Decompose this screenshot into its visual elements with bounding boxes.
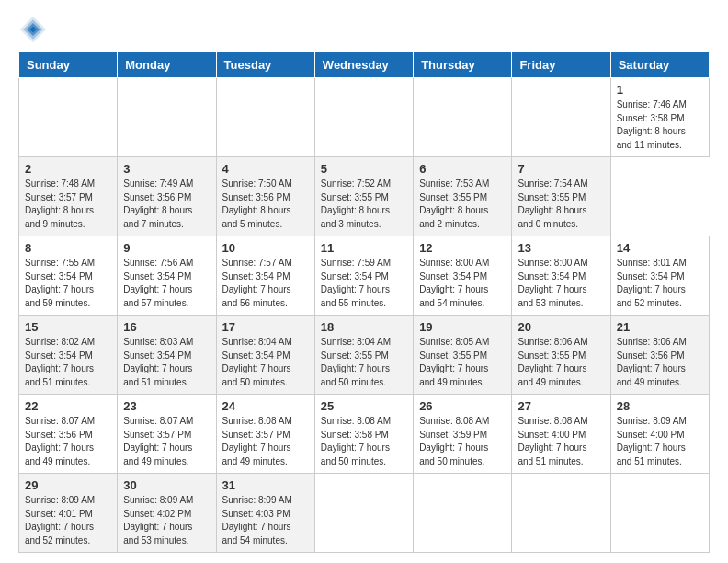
day-number: 10 bbox=[222, 241, 309, 255]
calendar-day-7: 7Sunrise: 7:54 AMSunset: 3:55 PMDaylight… bbox=[512, 157, 610, 236]
calendar-day-30: 30Sunrise: 8:09 AMSunset: 4:02 PMDayligh… bbox=[118, 474, 216, 553]
day-number: 3 bbox=[123, 162, 210, 176]
day-detail: Sunrise: 8:00 AMSunset: 3:54 PMDaylight:… bbox=[518, 258, 587, 308]
calendar-day-12: 12Sunrise: 8:00 AMSunset: 3:54 PMDayligh… bbox=[414, 236, 512, 316]
calendar-day-26: 26Sunrise: 8:08 AMSunset: 3:59 PMDayligh… bbox=[414, 395, 512, 474]
day-detail: Sunrise: 7:48 AMSunset: 3:57 PMDaylight:… bbox=[25, 178, 95, 229]
calendar-week-3: 8Sunrise: 7:55 AMSunset: 3:54 PMDaylight… bbox=[19, 236, 710, 316]
day-number: 11 bbox=[321, 241, 407, 255]
empty-cell bbox=[118, 78, 216, 157]
day-detail: Sunrise: 7:50 AMSunset: 3:56 PMDaylight:… bbox=[222, 178, 292, 229]
day-number: 17 bbox=[222, 320, 309, 334]
day-number: 13 bbox=[518, 241, 604, 255]
day-detail: Sunrise: 8:09 AMSunset: 4:02 PMDaylight:… bbox=[123, 495, 193, 546]
empty-cell bbox=[216, 78, 314, 157]
day-detail: Sunrise: 8:07 AMSunset: 3:56 PMDaylight:… bbox=[25, 416, 95, 466]
empty-cell bbox=[314, 474, 413, 553]
day-detail: Sunrise: 7:49 AMSunset: 3:56 PMDaylight:… bbox=[123, 178, 193, 229]
calendar-day-25: 25Sunrise: 8:08 AMSunset: 3:58 PMDayligh… bbox=[314, 395, 413, 474]
calendar-day-20: 20Sunrise: 8:06 AMSunset: 3:55 PMDayligh… bbox=[512, 316, 610, 395]
day-detail: Sunrise: 8:07 AMSunset: 3:57 PMDaylight:… bbox=[123, 416, 193, 466]
day-detail: Sunrise: 8:01 AMSunset: 3:54 PMDaylight:… bbox=[617, 258, 687, 308]
calendar-day-10: 10Sunrise: 7:57 AMSunset: 3:54 PMDayligh… bbox=[216, 236, 314, 316]
day-number: 15 bbox=[25, 320, 111, 334]
day-number: 29 bbox=[25, 478, 111, 492]
day-detail: Sunrise: 8:06 AMSunset: 3:56 PMDaylight:… bbox=[617, 337, 687, 387]
calendar-day-2: 2Sunrise: 7:48 AMSunset: 3:57 PMDaylight… bbox=[19, 157, 118, 236]
calendar-day-18: 18Sunrise: 8:04 AMSunset: 3:55 PMDayligh… bbox=[314, 316, 413, 395]
day-detail: Sunrise: 8:06 AMSunset: 3:55 PMDaylight:… bbox=[518, 337, 587, 387]
calendar-header-tuesday: Tuesday bbox=[216, 52, 314, 78]
calendar-header-thursday: Thursday bbox=[414, 52, 512, 78]
calendar-day-29: 29Sunrise: 8:09 AMSunset: 4:01 PMDayligh… bbox=[19, 474, 118, 553]
day-detail: Sunrise: 8:05 AMSunset: 3:55 PMDaylight:… bbox=[419, 337, 489, 387]
day-detail: Sunrise: 8:04 AMSunset: 3:55 PMDaylight:… bbox=[321, 337, 391, 387]
day-number: 28 bbox=[617, 399, 703, 413]
day-number: 19 bbox=[419, 320, 506, 334]
empty-cell bbox=[19, 78, 118, 157]
calendar-day-31: 31Sunrise: 8:09 AMSunset: 4:03 PMDayligh… bbox=[216, 474, 314, 553]
calendar-day-9: 9Sunrise: 7:56 AMSunset: 3:54 PMDaylight… bbox=[118, 236, 216, 316]
day-detail: Sunrise: 8:09 AMSunset: 4:00 PMDaylight:… bbox=[617, 416, 687, 466]
header bbox=[18, 15, 710, 44]
day-number: 21 bbox=[617, 320, 703, 334]
empty-cell bbox=[414, 78, 512, 157]
calendar-day-3: 3Sunrise: 7:49 AMSunset: 3:56 PMDaylight… bbox=[118, 157, 216, 236]
day-number: 30 bbox=[123, 478, 210, 492]
calendar-week-6: 29Sunrise: 8:09 AMSunset: 4:01 PMDayligh… bbox=[19, 474, 710, 553]
calendar-day-21: 21Sunrise: 8:06 AMSunset: 3:56 PMDayligh… bbox=[610, 316, 709, 395]
day-detail: Sunrise: 8:00 AMSunset: 3:54 PMDaylight:… bbox=[419, 258, 489, 308]
calendar-day-22: 22Sunrise: 8:07 AMSunset: 3:56 PMDayligh… bbox=[19, 395, 118, 474]
day-detail: Sunrise: 8:02 AMSunset: 3:54 PMDaylight:… bbox=[25, 337, 95, 387]
calendar-day-13: 13Sunrise: 8:00 AMSunset: 3:54 PMDayligh… bbox=[512, 236, 610, 316]
calendar-page: SundayMondayTuesdayWednesdayThursdayFrid… bbox=[0, 0, 728, 563]
empty-cell bbox=[314, 78, 413, 157]
day-detail: Sunrise: 7:53 AMSunset: 3:55 PMDaylight:… bbox=[419, 178, 489, 229]
day-detail: Sunrise: 8:09 AMSunset: 4:01 PMDaylight:… bbox=[25, 495, 95, 546]
calendar-day-11: 11Sunrise: 7:59 AMSunset: 3:54 PMDayligh… bbox=[314, 236, 413, 316]
day-detail: Sunrise: 7:46 AMSunset: 3:58 PMDaylight:… bbox=[617, 99, 687, 150]
logo bbox=[18, 15, 51, 44]
day-number: 12 bbox=[419, 241, 506, 255]
day-detail: Sunrise: 7:59 AMSunset: 3:54 PMDaylight:… bbox=[321, 258, 391, 308]
day-detail: Sunrise: 8:08 AMSunset: 3:57 PMDaylight:… bbox=[222, 416, 292, 466]
day-number: 7 bbox=[518, 162, 604, 176]
day-number: 26 bbox=[419, 399, 506, 413]
calendar-day-1: 1Sunrise: 7:46 AMSunset: 3:58 PMDaylight… bbox=[610, 78, 709, 157]
day-number: 4 bbox=[222, 162, 309, 176]
calendar-header-row: SundayMondayTuesdayWednesdayThursdayFrid… bbox=[19, 52, 710, 78]
calendar-week-2: 2Sunrise: 7:48 AMSunset: 3:57 PMDaylight… bbox=[19, 157, 710, 236]
day-number: 9 bbox=[123, 241, 210, 255]
calendar-week-4: 15Sunrise: 8:02 AMSunset: 3:54 PMDayligh… bbox=[19, 316, 710, 395]
calendar-day-15: 15Sunrise: 8:02 AMSunset: 3:54 PMDayligh… bbox=[19, 316, 118, 395]
calendar-header-wednesday: Wednesday bbox=[314, 52, 413, 78]
calendar-week-5: 22Sunrise: 8:07 AMSunset: 3:56 PMDayligh… bbox=[19, 395, 710, 474]
day-number: 18 bbox=[321, 320, 407, 334]
day-number: 27 bbox=[518, 399, 604, 413]
day-detail: Sunrise: 8:03 AMSunset: 3:54 PMDaylight:… bbox=[123, 337, 193, 387]
day-number: 22 bbox=[25, 399, 111, 413]
day-number: 1 bbox=[617, 83, 703, 97]
calendar-day-17: 17Sunrise: 8:04 AMSunset: 3:54 PMDayligh… bbox=[216, 316, 314, 395]
day-detail: Sunrise: 8:08 AMSunset: 3:58 PMDaylight:… bbox=[321, 416, 391, 466]
calendar-header-sunday: Sunday bbox=[19, 52, 118, 78]
day-number: 5 bbox=[321, 162, 407, 176]
day-detail: Sunrise: 7:54 AMSunset: 3:55 PMDaylight:… bbox=[518, 178, 587, 229]
day-detail: Sunrise: 7:55 AMSunset: 3:54 PMDaylight:… bbox=[25, 258, 95, 308]
calendar-header-saturday: Saturday bbox=[610, 52, 709, 78]
day-detail: Sunrise: 8:08 AMSunset: 3:59 PMDaylight:… bbox=[419, 416, 489, 466]
day-number: 2 bbox=[25, 162, 111, 176]
calendar-table: SundayMondayTuesdayWednesdayThursdayFrid… bbox=[18, 52, 710, 553]
empty-cell bbox=[512, 78, 610, 157]
day-number: 16 bbox=[123, 320, 210, 334]
day-detail: Sunrise: 7:52 AMSunset: 3:55 PMDaylight:… bbox=[321, 178, 391, 229]
day-number: 8 bbox=[25, 241, 111, 255]
calendar-day-5: 5Sunrise: 7:52 AMSunset: 3:55 PMDaylight… bbox=[314, 157, 413, 236]
day-number: 31 bbox=[222, 478, 309, 492]
calendar-day-24: 24Sunrise: 8:08 AMSunset: 3:57 PMDayligh… bbox=[216, 395, 314, 474]
day-detail: Sunrise: 8:09 AMSunset: 4:03 PMDaylight:… bbox=[222, 495, 292, 546]
day-detail: Sunrise: 8:08 AMSunset: 4:00 PMDaylight:… bbox=[518, 416, 587, 466]
day-detail: Sunrise: 8:04 AMSunset: 3:54 PMDaylight:… bbox=[222, 337, 292, 387]
logo-icon bbox=[18, 15, 48, 44]
day-number: 24 bbox=[222, 399, 309, 413]
